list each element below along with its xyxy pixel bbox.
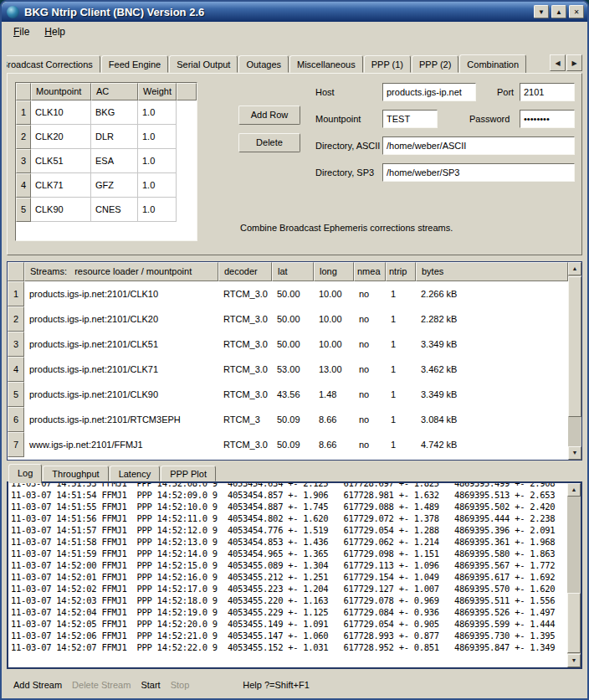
tab-outages[interactable]: Outages (238, 55, 289, 73)
tab-latency[interactable]: Latency (110, 466, 161, 481)
stream-row[interactable]: 5 products.igs-ip.net:2101/CLK90 RTCM_3.… (8, 382, 568, 407)
stream-long: 8.66 (314, 432, 354, 457)
cell-ac-name[interactable]: DLR (91, 125, 138, 149)
table-corner (16, 83, 31, 100)
tab-broadcast-corrections[interactable]: Broadcast Corrections (7, 55, 100, 73)
host-input[interactable] (382, 83, 476, 101)
stream-row[interactable]: 6 products.igs-ip.net:2101/RTCM3EPH RTCM… (8, 407, 568, 432)
stream-lat: 50.00 (272, 281, 314, 306)
port-input[interactable] (520, 83, 575, 101)
header-weight: Weight (138, 83, 177, 100)
stream-decoder: RTCM_3.0 (218, 357, 272, 382)
tab-scroll-buttons: ◀ ▶ (550, 54, 582, 71)
streams-scrollbar[interactable]: ▲ ▼ (568, 262, 581, 460)
password-label: Password (469, 110, 510, 128)
tab-feed-engine[interactable]: Feed Engine (101, 55, 168, 73)
combination-row: 5 CLK90 CNES 1.0 (16, 198, 197, 222)
stream-row[interactable]: 1 products.igs-ip.net:2101/CLK10 RTCM_3.… (8, 281, 568, 306)
stream-bytes: 4.742 kB (416, 432, 462, 457)
close-icon[interactable]: ✕ (569, 5, 584, 18)
scrollbar-thumb[interactable] (568, 276, 581, 417)
dir-sp3-input[interactable] (382, 163, 575, 182)
cell-filler (177, 125, 197, 149)
tab-miscellaneous[interactable]: Miscellaneous (289, 55, 363, 73)
app-icon (7, 6, 19, 18)
log-line: 11-03-07 14:51:53 FFMJ1 PPP 14:52:08.0 9… (11, 481, 566, 489)
minimize-icon[interactable]: ▼ (534, 5, 549, 18)
cell-weight[interactable]: 1.0 (138, 198, 177, 222)
header-filler (177, 83, 197, 100)
cell-mountpoint[interactable]: CLK90 (31, 198, 91, 222)
scroll-down-icon[interactable]: ▼ (568, 446, 581, 460)
log-line: 11-03-07 14:52:04 FFMJ1 PPP 14:52:19.0 9… (11, 606, 566, 618)
stream-lat: 50.00 (272, 306, 314, 332)
tab-ppp-1[interactable]: PPP (1) (364, 55, 411, 73)
start-button[interactable]: Start (141, 680, 160, 690)
stream-row[interactable]: 3 products.igs-ip.net:2101/CLK51 RTCM_3.… (8, 332, 568, 357)
row-number: 4 (16, 173, 31, 198)
menu-help[interactable]: Help (37, 23, 73, 40)
log-output[interactable]: 11-03-07 14:51:53 FFMJ1 PPP 14:52:08.0 9… (11, 481, 566, 667)
stream-row[interactable]: 7 www.igs-ip.net:2101/FFMJ1 RTCM_3.0 50.… (8, 432, 568, 457)
dir-ascii-label: Directory, ASCII (315, 136, 380, 155)
stream-row-number: 7 (8, 432, 24, 457)
stream-decoder: RTCM_3.0 (218, 332, 272, 357)
cell-ac-name[interactable]: ESA (91, 149, 138, 173)
stream-row[interactable]: 2 products.igs-ip.net:2101/CLK20 RTCM_3.… (8, 306, 568, 332)
stream-ntrip: 1 (386, 382, 416, 407)
cell-weight[interactable]: 1.0 (138, 100, 177, 125)
cell-filler (177, 198, 197, 222)
cell-filler (177, 149, 197, 173)
maximize-icon[interactable]: ▲ (551, 5, 566, 18)
scroll-up-icon[interactable]: ▲ (567, 483, 581, 497)
cell-weight[interactable]: 1.0 (138, 149, 177, 173)
delete-row-button[interactable]: Delete (238, 133, 300, 152)
tab-ppp-2[interactable]: PPP (2) (412, 55, 458, 73)
log-scrollbar[interactable]: ▲ ▼ (567, 483, 581, 667)
tab-serial-output[interactable]: Serial Output (169, 55, 238, 73)
stream-mountpoint: products.igs-ip.net:2101/CLK71 (24, 357, 218, 382)
cell-filler (177, 173, 197, 198)
combination-table: Mountpoint AC Name Weight 1 CLK10 BKG 1.… (15, 82, 197, 241)
tab-throughput[interactable]: Throughput (43, 466, 108, 481)
tab-combination[interactable]: Combination (459, 54, 526, 73)
mountpoint-input[interactable] (382, 110, 438, 128)
menu-file[interactable]: File (6, 23, 37, 40)
cell-mountpoint[interactable]: CLK51 (31, 149, 91, 173)
cell-weight[interactable]: 1.0 (138, 125, 177, 149)
stream-row[interactable]: 4 products.igs-ip.net:2101/CLK71 RTCM_3.… (8, 357, 568, 382)
tab-log[interactable]: Log (8, 464, 42, 483)
row-number: 5 (16, 198, 31, 222)
scrollbar-thumb[interactable] (567, 593, 581, 653)
log-line: 11-03-07 14:51:57 FFMJ1 PPP 14:52:12.0 9… (11, 524, 566, 536)
stream-bytes: 3.462 kB (416, 357, 462, 382)
cell-weight[interactable]: 1.0 (138, 173, 177, 198)
stream-long: 10.00 (314, 281, 354, 306)
dir-ascii-input[interactable] (382, 136, 575, 155)
scroll-down-icon[interactable]: ▼ (567, 654, 581, 667)
password-input[interactable] (520, 110, 575, 128)
cell-mountpoint[interactable]: CLK71 (31, 173, 91, 198)
streams-header-decoder: decoder (218, 262, 272, 281)
add-row-button[interactable]: Add Row (238, 106, 300, 125)
tabbar: Broadcast Corrections Feed Engine Serial… (7, 54, 582, 73)
combination-panel: Mountpoint AC Name Weight 1 CLK10 BKG 1.… (7, 73, 582, 255)
add-stream-button[interactable]: Add Stream (13, 680, 62, 690)
cell-mountpoint[interactable]: CLK20 (31, 125, 91, 149)
log-line: 11-03-07 14:52:02 FFMJ1 PPP 14:52:17.0 9… (11, 583, 566, 594)
stream-mountpoint: products.igs-ip.net:2101/CLK90 (24, 382, 218, 407)
scroll-up-icon[interactable]: ▲ (568, 262, 581, 275)
tab-scroll-left-icon[interactable]: ◀ (550, 54, 566, 71)
stream-nmea: no (354, 407, 386, 432)
cell-mountpoint[interactable]: CLK10 (31, 100, 91, 125)
stream-decoder: RTCM_3.0 (218, 382, 272, 407)
tab-scroll-right-icon[interactable]: ▶ (566, 54, 582, 71)
titlebar[interactable]: BKG Ntrip Client (BNC) Version 2.6 ▼ ▲ ✕ (2, 2, 587, 22)
cell-ac-name[interactable]: CNES (91, 198, 138, 222)
stop-button: Stop (171, 680, 190, 690)
cell-ac-name[interactable]: GFZ (91, 173, 138, 198)
stream-bytes: 3.349 kB (416, 382, 462, 407)
cell-ac-name[interactable]: BKG (91, 100, 138, 125)
tab-ppp-plot[interactable]: PPP Plot (161, 466, 216, 481)
stream-nmea: no (354, 432, 386, 457)
